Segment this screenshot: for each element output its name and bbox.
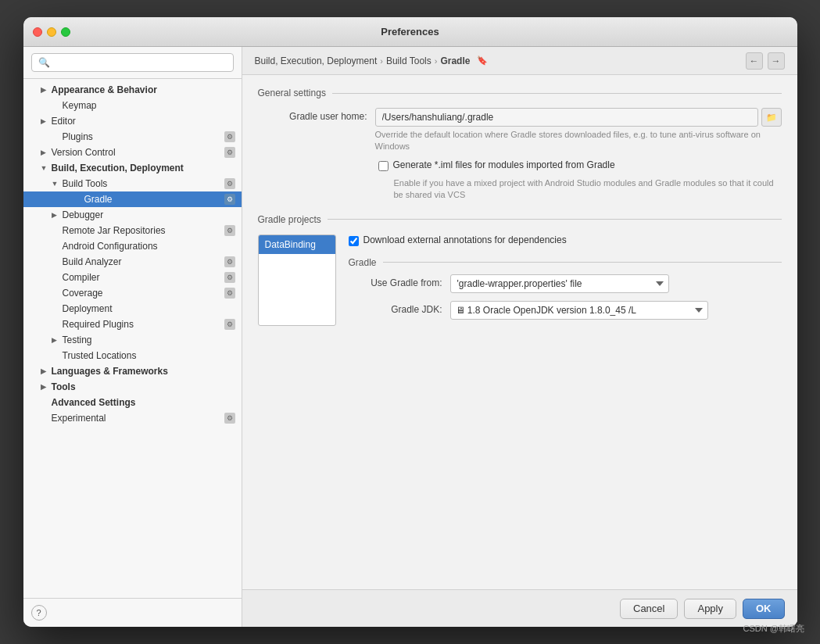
sidebar-item-required-plugins[interactable]: Required Plugins ⚙	[23, 317, 242, 332]
settings-icon: ⚙	[224, 288, 235, 299]
chevron-right-icon: ▶	[52, 211, 63, 219]
projects-area: DataBinding Download external annotation…	[258, 234, 782, 326]
generate-iml-label: Generate *.iml files for modules importe…	[393, 159, 615, 170]
sidebar-item-languages[interactable]: ▶ Languages & Frameworks	[23, 363, 242, 379]
close-button[interactable]	[33, 27, 42, 37]
projects-list: DataBinding	[258, 234, 336, 326]
breadcrumb-part-1: Build, Execution, Deployment	[255, 55, 378, 66]
breadcrumb-separator: ›	[435, 56, 438, 66]
title-bar: Preferences	[23, 17, 797, 47]
sidebar-item-build-tools[interactable]: ▼ Build Tools ⚙	[23, 176, 242, 191]
settings-icon: ⚙	[224, 131, 235, 142]
general-settings-section: General settings Gradle user home: 📁	[258, 88, 782, 202]
ok-button[interactable]: OK	[743, 599, 785, 619]
chevron-right-icon: ▶	[41, 148, 52, 156]
sidebar: ▶ Appearance & Behavior Keymap ▶ Editor …	[23, 47, 242, 627]
help-button[interactable]: ?	[31, 605, 47, 621]
sidebar-item-label: Gradle	[84, 194, 221, 205]
bookmark-icon[interactable]: 🔖	[476, 55, 489, 67]
sidebar-item-advanced[interactable]: Advanced Settings	[23, 395, 242, 410]
sidebar-item-trusted-loc[interactable]: Trusted Locations	[23, 348, 242, 363]
sidebar-item-experimental[interactable]: Experimental ⚙	[23, 410, 242, 426]
gradle-projects-section: Gradle projects DataBinding	[258, 214, 782, 326]
sidebar-item-version-control[interactable]: ▶ Version Control ⚙	[23, 145, 242, 160]
forward-button[interactable]: →	[768, 52, 785, 70]
chevron-right-icon: ▶	[52, 336, 63, 344]
gradle-user-home-control: 📁 Override the default location where Gr…	[375, 108, 782, 153]
use-gradle-from-select[interactable]: 'gradle-wrapper.properties' file	[450, 274, 669, 293]
sidebar-item-label: Testing	[63, 335, 235, 345]
sidebar-item-coverage[interactable]: Coverage ⚙	[23, 285, 242, 301]
settings-icon: ⚙	[224, 413, 235, 424]
generate-iml-checkbox-row: Generate *.iml files for modules importe…	[378, 159, 782, 171]
sidebar-item-label: Required Plugins	[63, 319, 221, 330]
generate-iml-container: Generate *.iml files for modules importe…	[378, 159, 782, 202]
folder-browse-button[interactable]: 📁	[761, 108, 782, 127]
main-content: ▶ Appearance & Behavior Keymap ▶ Editor …	[23, 47, 797, 627]
sidebar-item-remote-jar[interactable]: Remote Jar Repositories ⚙	[23, 223, 242, 238]
back-button[interactable]: ←	[746, 52, 763, 70]
sidebar-item-appearance[interactable]: ▶ Appearance & Behavior	[23, 82, 242, 98]
settings-icon: ⚙	[224, 194, 235, 205]
sidebar-item-testing[interactable]: ▶ Testing	[23, 332, 242, 348]
sidebar-item-label: Version Control	[52, 147, 221, 158]
sidebar-item-build-analyzer[interactable]: Build Analyzer ⚙	[23, 254, 242, 270]
gradle-user-home-label: Gradle user home:	[258, 108, 367, 122]
gradle-user-home-input[interactable]	[375, 108, 758, 127]
sidebar-item-label: Coverage	[63, 288, 221, 299]
gradle-user-home-row: Gradle user home: 📁 Override the default…	[258, 108, 782, 153]
sidebar-item-label: Trusted Locations	[63, 350, 235, 361]
sidebar-item-editor[interactable]: ▶ Editor	[23, 113, 242, 129]
window-title: Preferences	[381, 26, 439, 38]
projects-section-header: Gradle projects	[258, 214, 782, 225]
sidebar-item-deployment[interactable]: Deployment	[23, 301, 242, 317]
sidebar-item-label: Debugger	[63, 209, 235, 220]
sidebar-item-label: Build, Execution, Deployment	[52, 163, 235, 174]
sidebar-item-keymap[interactable]: Keymap	[23, 98, 242, 113]
sidebar-item-gradle[interactable]: Gradle ⚙	[23, 191, 242, 207]
project-item-label: DataBinding	[265, 239, 316, 250]
sidebar-search-container	[23, 47, 242, 79]
chevron-right-icon: ▶	[41, 383, 52, 391]
settings-icon: ⚙	[224, 256, 235, 267]
generate-iml-row: Generate *.iml files for modules importe…	[258, 159, 782, 202]
search-input[interactable]	[31, 53, 234, 72]
settings-icon: ⚙	[224, 225, 235, 236]
folder-icon: 📁	[766, 113, 777, 123]
use-gradle-from-row: Use Gradle from: 'gradle-wrapper.propert…	[349, 274, 782, 293]
sidebar-item-label: Android Configurations	[63, 241, 235, 252]
project-databinding-item[interactable]: DataBinding	[259, 235, 335, 254]
gradle-jdk-select[interactable]: 🖥 1.8 Oracle OpenJDK version 1.8.0_45 /L	[450, 301, 708, 320]
chevron-right-icon: ▶	[41, 117, 52, 125]
sidebar-item-android-config[interactable]: Android Configurations	[23, 238, 242, 254]
sidebar-item-label: Languages & Frameworks	[52, 366, 235, 377]
general-section-label: General settings	[258, 88, 326, 98]
breadcrumb-nav: ← →	[746, 52, 785, 70]
cancel-button[interactable]: Cancel	[620, 599, 678, 619]
settings-icon: ⚙	[224, 178, 235, 189]
download-annotations-checkbox[interactable]	[349, 236, 359, 246]
apply-button[interactable]: Apply	[684, 599, 736, 619]
settings-icon: ⚙	[224, 147, 235, 158]
sidebar-item-label: Build Analyzer	[63, 256, 221, 267]
generate-iml-checkbox[interactable]	[378, 161, 389, 171]
download-annotations-label: Download external annotations for depend…	[363, 234, 567, 245]
sidebar-item-label: Experimental	[52, 413, 221, 424]
sidebar-item-plugins[interactable]: Plugins ⚙	[23, 129, 242, 145]
sidebar-item-label: Editor	[52, 116, 235, 127]
sidebar-item-label: Build Tools	[63, 178, 221, 189]
sidebar-item-build-exec[interactable]: ▼ Build, Execution, Deployment	[23, 160, 242, 176]
chevron-down-icon: ▼	[52, 180, 63, 188]
sidebar-item-label: Deployment	[63, 303, 235, 314]
maximize-button[interactable]	[61, 27, 70, 37]
sidebar-item-debugger[interactable]: ▶ Debugger	[23, 207, 242, 223]
sidebar-item-label: Plugins	[63, 131, 221, 142]
settings-icon: ⚙	[224, 272, 235, 283]
bottom-bar: Cancel Apply OK	[242, 589, 797, 627]
minimize-button[interactable]	[47, 27, 56, 37]
sidebar-item-compiler[interactable]: Compiler ⚙	[23, 270, 242, 285]
general-section-header: General settings	[258, 88, 782, 98]
sidebar-item-label: Compiler	[63, 272, 221, 283]
sidebar-item-tools[interactable]: ▶ Tools	[23, 379, 242, 395]
traffic-lights	[33, 27, 70, 37]
